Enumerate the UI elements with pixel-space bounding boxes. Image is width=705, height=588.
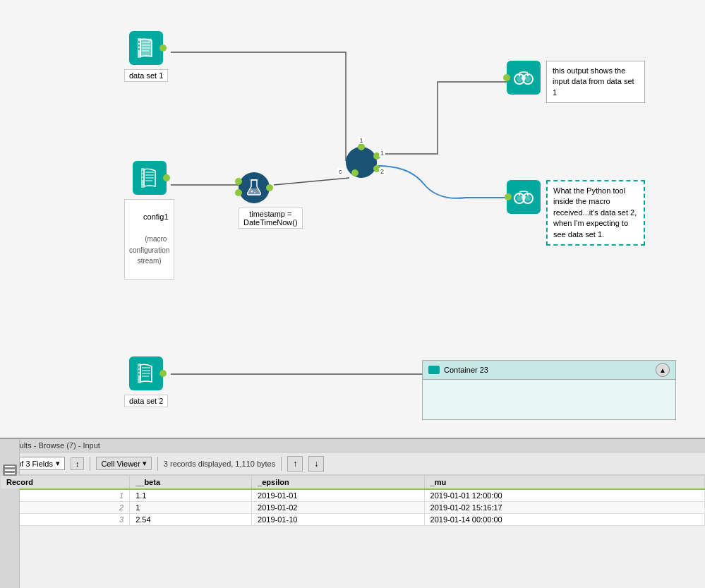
toolbar-divider2 <box>157 457 158 471</box>
join-node[interactable]: 1 c 1 2 <box>346 147 377 178</box>
config-book-icon <box>138 167 161 189</box>
toolbar-divider1 <box>90 457 90 471</box>
python-output-port <box>266 184 273 191</box>
dataset2-icon[interactable] <box>129 356 163 390</box>
cell-epsilon: 2019-01-01 <box>252 489 424 502</box>
binoculars2-icon <box>512 186 535 208</box>
cell-beta: 1 <box>130 502 252 514</box>
cell-epsilon: 2019-01-02 <box>252 502 424 514</box>
results-panel: Results - Browse (7) - Input 3 of 3 Fiel… <box>0 438 705 588</box>
browse2-annotation-text: What the Python tool inside the macro re… <box>553 186 637 239</box>
browse2-node[interactable]: What the Python tool inside the macro re… <box>507 180 541 214</box>
table-row: 2 1 2019-01-02 2019-01-02 15:16:17 <box>1 502 705 514</box>
svg-rect-8 <box>142 171 143 173</box>
cell-epsilon: 2019-01-10 <box>252 514 424 526</box>
container-small-icon <box>428 366 440 374</box>
svg-point-17 <box>525 76 531 82</box>
flask-icon <box>245 179 263 197</box>
records-info-text: 3 records displayed, 1,110 bytes <box>164 460 275 468</box>
cell-viewer-label: Cell Viewer <box>101 460 140 468</box>
table-body: 1 1.1 2019-01-01 2019-01-01 12:00:00 2 1… <box>1 489 705 526</box>
browse2-input-port <box>505 193 512 200</box>
table-header-row: Record __beta _epsilon _mu <box>1 476 705 490</box>
svg-rect-10 <box>142 178 143 180</box>
dataset2-book-icon <box>135 362 157 385</box>
browse1-icon[interactable] <box>507 61 541 95</box>
browse2-annotation: What the Python tool inside the macro re… <box>546 180 645 246</box>
svg-point-22 <box>525 196 531 201</box>
panel-toolbar: 3 of 3 Fields ▾ ↕ Cell Viewer ▾ 3 record… <box>0 452 705 475</box>
panel-sidebar-icon[interactable] <box>3 464 17 476</box>
toolbar-divider3 <box>281 457 282 471</box>
dataset2-label: data set 2 <box>124 395 168 407</box>
results-table: Record __beta _epsilon _mu 1 1.1 2019-01… <box>0 475 705 526</box>
dataset1-label: data set 1 <box>124 69 168 82</box>
cell-mu: 2019-01-14 00:00:00 <box>424 514 704 526</box>
fields-dropdown-arrow: ▾ <box>56 459 60 468</box>
config1-output-port <box>163 174 170 181</box>
svg-rect-5 <box>138 44 140 47</box>
svg-rect-27 <box>138 373 140 376</box>
col-epsilon: _epsilon <box>252 476 424 490</box>
svg-point-12 <box>251 191 253 193</box>
svg-point-21 <box>517 196 522 201</box>
join-top-port <box>358 143 365 150</box>
browse1-annotation-text: this output shows the input data from da… <box>553 66 634 97</box>
svg-rect-29 <box>5 469 15 471</box>
python-c-port <box>235 189 242 196</box>
col-mu: _mu <box>424 476 704 490</box>
python-tool-node[interactable]: timestamp = DateTimeNow() <box>239 172 303 229</box>
join-port-label-out2: 2 <box>379 168 385 175</box>
table-row: 1 1.1 2019-01-01 2019-01-01 12:00:00 <box>1 489 705 502</box>
dataset1-output-port <box>159 44 167 52</box>
dataset1-node[interactable]: data set 1 <box>124 31 168 82</box>
sort-button[interactable]: ↕ <box>71 457 85 470</box>
config1-icon[interactable] <box>133 161 167 195</box>
python-icon[interactable] <box>239 172 270 203</box>
browse1-node[interactable]: this output shows the input data from da… <box>507 61 541 95</box>
svg-rect-23 <box>522 196 526 198</box>
config1-main-label: config1 <box>143 212 168 221</box>
browse1-input-port <box>503 74 510 81</box>
col-beta: __beta <box>130 476 252 490</box>
panel-content: 3 of 3 Fields ▾ ↕ Cell Viewer ▾ 3 record… <box>0 452 705 587</box>
container23-title-bar: Container 23 ▲ <box>423 361 675 380</box>
sort-icon: ↕ <box>76 460 80 468</box>
dataset2-node[interactable]: data set 2 <box>124 356 168 407</box>
svg-point-13 <box>254 192 255 193</box>
config1-node[interactable]: config1 (macroconfigurationstream) <box>124 161 174 280</box>
data-table-wrapper: Record __beta _epsilon _mu 1 1.1 2019-01… <box>0 475 705 562</box>
container-title-left: Container 23 <box>428 366 488 374</box>
container23-box: Container 23 ▲ <box>422 360 676 420</box>
panel-left-bar <box>0 439 20 588</box>
config1-label: config1 (macroconfigurationstream) <box>124 199 174 280</box>
scroll-down-button[interactable]: ↓ <box>308 456 324 472</box>
workflow-canvas: data set 1 config1 (macroconfigurationst… <box>0 0 705 438</box>
dataset2-output-port <box>159 370 167 377</box>
python-input-port <box>235 178 242 185</box>
python-tool-label: timestamp = DateTimeNow() <box>239 208 303 229</box>
cell-viewer-dropdown[interactable]: Cell Viewer ▾ <box>96 457 151 470</box>
browse2-icon[interactable] <box>507 180 541 214</box>
join-port-label-1: 1 <box>358 137 364 144</box>
binoculars1-icon <box>512 66 535 89</box>
config1-sub-label: (macroconfigurationstream) <box>129 235 169 265</box>
dataset1-icon[interactable] <box>129 31 163 65</box>
join-c-port <box>351 169 358 176</box>
join-port-label-c: c <box>337 168 344 175</box>
svg-rect-28 <box>5 466 15 467</box>
svg-rect-25 <box>138 366 140 368</box>
svg-rect-4 <box>138 41 140 43</box>
scroll-up-button[interactable]: ↑ <box>287 456 303 472</box>
cell-mu: 2019-01-01 12:00:00 <box>424 489 704 502</box>
container-collapse-button[interactable]: ▲ <box>656 363 670 377</box>
join-port-label-out1: 1 <box>379 150 385 157</box>
svg-rect-18 <box>522 76 526 79</box>
col-record: Record <box>1 476 130 490</box>
cell-beta: 1.1 <box>130 489 252 502</box>
svg-rect-9 <box>142 174 143 176</box>
sidebar-menu-icon <box>5 466 15 474</box>
table-row: 3 2.54 2019-01-10 2019-01-14 00:00:00 <box>1 514 705 526</box>
cell-mu: 2019-01-02 15:16:17 <box>424 502 704 514</box>
svg-rect-6 <box>138 48 140 50</box>
